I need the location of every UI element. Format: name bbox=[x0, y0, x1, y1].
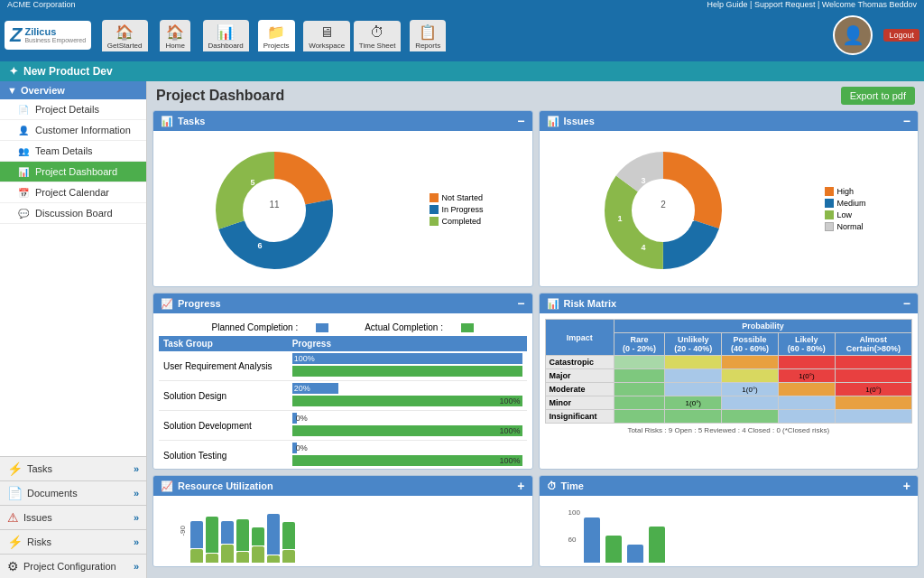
impact-minor: Minor bbox=[545, 396, 614, 410]
calendar-icon: 📅 bbox=[18, 188, 31, 198]
project-configuration-label: Project Configuration bbox=[23, 561, 116, 572]
nav-dashboard[interactable]: 📊 Dashboard bbox=[201, 20, 250, 51]
resource-panel-header: 📈 Resource Utilization + bbox=[153, 476, 532, 496]
sidebar-item-project-details[interactable]: 📄 Project Details bbox=[0, 99, 146, 120]
svg-point-12 bbox=[633, 180, 694, 241]
issues-panel-title: Issues bbox=[564, 116, 595, 126]
footer-risks[interactable]: ⚡ Risks » bbox=[0, 529, 146, 554]
nav-timesheet[interactable]: ⏱ Time Sheet bbox=[353, 21, 402, 51]
progress-panel-header: 📈 Progress − bbox=[153, 294, 532, 313]
tasks-arrow: » bbox=[134, 463, 139, 474]
prob-unlikely: Unlikely(20 - 40%) bbox=[665, 333, 722, 356]
export-button[interactable]: Export to pdf bbox=[841, 87, 915, 105]
time-panel-header: ⏱ Time + bbox=[540, 476, 919, 496]
tasks-donut-chart: 11 5 11 6 bbox=[202, 138, 346, 283]
risk-row-major: Major 1(0°) bbox=[545, 369, 912, 383]
issues-panel-body: 2 3 2 4 1 High Medium Low Normal bbox=[540, 131, 919, 287]
nav-projects[interactable]: 📁 Projects bbox=[252, 20, 300, 51]
logo: Z Zilicus Business Empowered bbox=[5, 21, 91, 50]
content-area: Project Dashboard Export to pdf 📊 Tasks … bbox=[147, 81, 924, 578]
time-collapse-button[interactable]: + bbox=[903, 479, 910, 493]
sidebar: ▼ Overview 📄 Project Details 👤 Customer … bbox=[0, 81, 147, 578]
issues-legend: High Medium Low Normal bbox=[825, 187, 866, 234]
company-name: ACME Corporation bbox=[7, 0, 76, 9]
time-panel: ⏱ Time + 100 60 bbox=[539, 475, 919, 567]
logout-button[interactable]: Logout bbox=[883, 29, 919, 42]
logo-text: Zilicus Business Empowered bbox=[24, 26, 86, 44]
new-icon: ✦ bbox=[9, 65, 18, 78]
tasks-footer-icon: ⚡ bbox=[7, 461, 23, 476]
resource-collapse-button[interactable]: + bbox=[517, 479, 524, 493]
tasks-panel-body: 11 5 11 6 Not Started In Progress Comple… bbox=[153, 131, 532, 287]
prob-rare: Rare(0 - 20%) bbox=[614, 333, 665, 356]
progress-collapse-button[interactable]: − bbox=[517, 296, 524, 311]
dashboard-icon: 📊 bbox=[18, 167, 31, 177]
issues-panel-header: 📊 Issues − bbox=[540, 111, 919, 131]
table-row: Solution Development 0% 100% bbox=[159, 411, 527, 441]
svg-text:4: 4 bbox=[641, 243, 645, 252]
nav-reports[interactable]: 📋 Reports bbox=[403, 20, 452, 51]
sidebar-item-project-calendar[interactable]: 📅 Project Calendar bbox=[0, 182, 146, 203]
config-arrow: » bbox=[134, 561, 139, 572]
help-links[interactable]: Help Guide | Support Request | Welcome T… bbox=[707, 0, 917, 9]
tasks-collapse-button[interactable]: − bbox=[517, 114, 524, 128]
svg-text:6: 6 bbox=[257, 241, 262, 250]
progress-table: Task Group Progress User Requirement Ana… bbox=[159, 336, 527, 470]
progress-panel-body: Planned Completion : Actual Completion :… bbox=[153, 313, 532, 470]
documents-footer-icon: 📄 bbox=[7, 486, 23, 500]
footer-issues[interactable]: ⚠ Issues » bbox=[0, 505, 146, 529]
risk-matrix-panel-body: Impact Probability Rare(0 - 20%) Unlikel… bbox=[540, 313, 919, 443]
nav-getstarted[interactable]: 🏠 GetStarted bbox=[100, 20, 149, 51]
main-layout: ▼ Overview 📄 Project Details 👤 Customer … bbox=[0, 81, 924, 578]
dashboard-grid: 📊 Tasks − 11 5 bbox=[147, 110, 924, 573]
sidebar-item-project-dashboard[interactable]: 📊 Project Dashboard bbox=[0, 162, 146, 182]
risk-row-moderate: Moderate 1(0°) 1(0°) bbox=[545, 383, 912, 396]
resource-panel-body: -90 bbox=[153, 496, 532, 566]
svg-text:5: 5 bbox=[250, 178, 254, 187]
prob-likely: Likely(60 - 80%) bbox=[778, 333, 835, 356]
task-name: User Requirement Analysis bbox=[159, 351, 288, 381]
nav-bar: Z Zilicus Business Empowered 🏠 GetStarte… bbox=[0, 9, 924, 61]
svg-text:1: 1 bbox=[617, 214, 622, 223]
team-icon: 👥 bbox=[18, 146, 31, 156]
resource-header-icon: 📈 bbox=[161, 480, 173, 492]
sidebar-item-team-details[interactable]: 👥 Team Details bbox=[0, 141, 146, 162]
sidebar-overview-header: ▼ Overview bbox=[0, 81, 146, 99]
footer-tasks[interactable]: ⚡ Tasks » bbox=[0, 456, 146, 480]
nav-workspace[interactable]: 🖥 Workspace bbox=[302, 21, 351, 51]
discussion-icon: 💬 bbox=[18, 209, 31, 219]
progress-panel: 📈 Progress − Planned Completion : Actual… bbox=[152, 293, 533, 470]
tasks-panel: 📊 Tasks − 11 5 bbox=[152, 110, 533, 287]
content-header: Project Dashboard Export to pdf bbox=[147, 81, 924, 110]
tasks-panel-header: 📊 Tasks − bbox=[153, 111, 532, 131]
col-progress: Progress bbox=[288, 336, 527, 351]
impact-major: Major bbox=[545, 369, 614, 383]
risk-matrix-table: Impact Probability Rare(0 - 20%) Unlikel… bbox=[545, 319, 913, 424]
risk-matrix-panel-header: 📊 Risk Matrix − bbox=[540, 294, 919, 313]
nav-home[interactable]: 🏠 Home bbox=[151, 20, 199, 51]
time-header-icon: ⏱ bbox=[547, 480, 557, 491]
sidebar-item-customer-info[interactable]: 👤 Customer Information bbox=[0, 120, 146, 141]
planned-legend-box bbox=[316, 323, 328, 332]
customer-icon: 👤 bbox=[18, 126, 31, 135]
footer-project-config[interactable]: ⚙ Project Configuration » bbox=[0, 554, 146, 578]
project-name: New Product Dev bbox=[23, 65, 113, 78]
sidebar-item-discussion-board[interactable]: 💬 Discussion Board bbox=[0, 203, 146, 224]
resource-utilization-panel: 📈 Resource Utilization + -90 bbox=[152, 475, 533, 567]
user-avatar: 👤 bbox=[833, 15, 873, 55]
risk-collapse-button[interactable]: − bbox=[903, 296, 910, 311]
risks-arrow: » bbox=[134, 536, 139, 547]
config-footer-icon: ⚙ bbox=[7, 559, 19, 573]
col-task-group: Task Group bbox=[159, 336, 288, 351]
task-name: Solution Design bbox=[159, 381, 288, 411]
top-bar: ACME Corporation Help Guide | Support Re… bbox=[0, 0, 924, 9]
footer-documents[interactable]: 📄 Documents » bbox=[0, 480, 146, 505]
impact-moderate: Moderate bbox=[545, 383, 614, 396]
table-row: User Requirement Analysis 100% 100% bbox=[159, 351, 527, 381]
issues-collapse-button[interactable]: − bbox=[903, 114, 910, 128]
tasks-legend: Not Started In Progress Completed bbox=[430, 193, 484, 228]
page-title: Project Dashboard bbox=[156, 88, 841, 104]
issues-header-icon: 📊 bbox=[547, 116, 559, 127]
progress-panel-title: Progress bbox=[178, 298, 221, 309]
task-name: Solution Testing bbox=[159, 441, 288, 471]
